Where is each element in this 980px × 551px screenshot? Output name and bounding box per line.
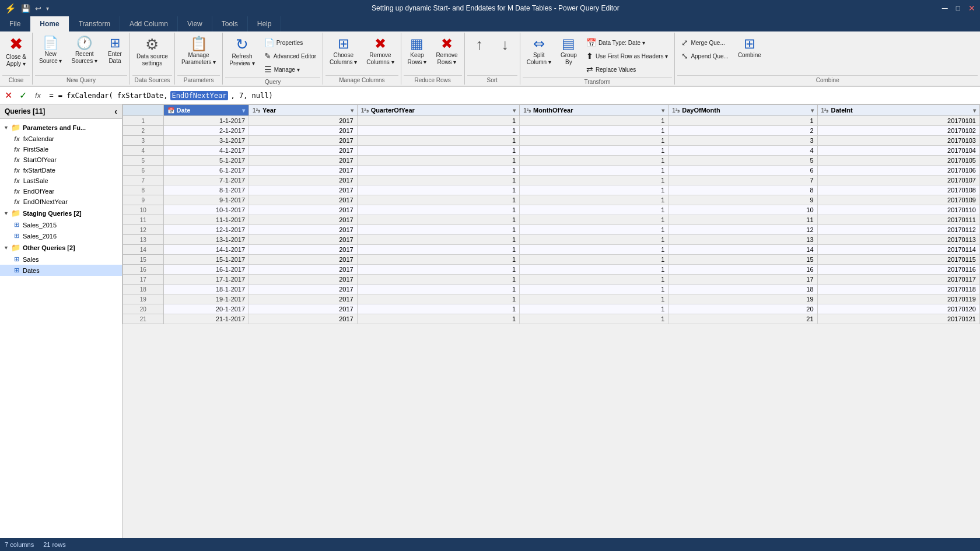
dateint-col-filter-btn[interactable]: ▾ — [973, 107, 976, 114]
query-item-fxstartdate[interactable]: fx fxStartDate — [0, 165, 122, 176]
manage-parameters-icon: 📋 — [190, 37, 208, 51]
remove-columns-button[interactable]: ✖ RemoveColumns ▾ — [362, 34, 398, 73]
col-header-monthofyear[interactable]: 1²₃ MonthOfYear ▾ — [520, 105, 668, 116]
table-row[interactable]: 44-1-2017201711420170104 — [123, 146, 980, 156]
query-item-sales2016[interactable]: ⊞ Sales_2016 — [0, 230, 122, 241]
col-header-dateint[interactable]: 1²₃ DateInt ▾ — [817, 105, 979, 116]
table-row[interactable]: 99-1-2017201711920170109 — [123, 195, 980, 205]
tab-home[interactable]: Home — [30, 16, 69, 31]
sort-desc-button[interactable]: ↓ — [493, 34, 517, 73]
query-item-endofnextyear[interactable]: fx EndOfNextYear — [0, 196, 122, 207]
sort-asc-button[interactable]: ↑ — [467, 34, 492, 73]
col-header-year[interactable]: 1²₃ Year ▾ — [249, 105, 358, 116]
table-row[interactable]: 1313-1-20172017111320170113 — [123, 235, 980, 245]
table-row[interactable]: 33-1-2017201711320170103 — [123, 136, 980, 146]
tab-help[interactable]: Help — [248, 16, 282, 31]
data-cell: 2017 — [249, 146, 358, 156]
query-group-label: Query — [225, 77, 320, 85]
col-header-dayofmonth[interactable]: 1²₃ DayOfMonth ▾ — [668, 105, 817, 116]
table-row[interactable]: 1212-1-20172017111220170112 — [123, 225, 980, 235]
undo-icon[interactable]: ↩ — [35, 4, 41, 13]
tab-tools[interactable]: Tools — [212, 16, 248, 31]
tab-file[interactable]: File — [0, 16, 30, 31]
date-col-filter-btn[interactable]: ▾ — [242, 107, 245, 114]
dropdown-icon[interactable]: ▾ — [46, 5, 49, 12]
formula-cancel-button[interactable]: ✕ — [2, 89, 15, 102]
minimize-btn[interactable]: ─ — [942, 3, 948, 13]
table-row[interactable]: 1818-1-20172017111820170118 — [123, 285, 980, 294]
manage-parameters-button[interactable]: 📋 ManageParameters ▾ — [177, 34, 220, 73]
row-number-cell: 13 — [123, 235, 164, 245]
append-queries-button[interactable]: ⤡ Append Que... — [677, 50, 733, 62]
query-item-dates[interactable]: ⊞ Dates — [0, 265, 122, 276]
use-first-row-button[interactable]: ⬆ Use First Row as Headers ▾ — [582, 50, 672, 62]
table-row[interactable]: 77-1-2017201711720170107 — [123, 176, 980, 185]
query-group-staging[interactable]: ▼ 📁 Staging Queries [2] — [0, 207, 122, 219]
save-icon[interactable]: 💾 — [21, 4, 30, 13]
replace-values-button[interactable]: ⇄ Replace Values — [582, 63, 672, 76]
data-grid[interactable]: 📅 Date ▾ 1²₃ Year ▾ — [123, 104, 980, 538]
col-header-quarterofyear[interactable]: 1²₃ QuarterOfYear ▾ — [357, 105, 519, 116]
query-group-params[interactable]: ▼ 📁 Parameters and Fu... — [0, 121, 122, 134]
query-item-fxcalendar[interactable]: fx fxCalendar — [0, 134, 122, 144]
formula-accept-button[interactable]: ✓ — [17, 89, 29, 102]
advanced-editor-button[interactable]: ✎ Advanced Editor — [260, 50, 320, 62]
close-btn[interactable]: ✕ — [968, 3, 975, 13]
month-col-filter-btn[interactable]: ▾ — [662, 107, 664, 114]
table-row[interactable]: 1111-1-20172017111120170111 — [123, 215, 980, 225]
remove-rows-button[interactable]: ✖ RemoveRows ▾ — [432, 34, 461, 73]
merge-queries-button[interactable]: ⤢ Merge Que... — [677, 36, 733, 49]
properties-button[interactable]: 📄 Properties — [260, 36, 320, 49]
table-row[interactable]: 55-1-2017201711520170105 — [123, 156, 980, 166]
keep-rows-button[interactable]: ▦ KeepRows ▾ — [404, 34, 431, 73]
table-row[interactable]: 1717-1-20172017111720170117 — [123, 275, 980, 285]
day-col-filter-btn[interactable]: ▾ — [811, 107, 814, 114]
tab-transform[interactable]: Transform — [69, 16, 120, 31]
date-cell: 13-1-2017 — [163, 235, 249, 245]
split-column-button[interactable]: ⇔ SplitColumn ▾ — [523, 34, 555, 73]
table-row[interactable]: 2020-1-20172017112020170120 — [123, 304, 980, 314]
manage-button[interactable]: ☰ Manage ▾ — [260, 63, 320, 76]
query-item-firstsale[interactable]: fx FirstSale — [0, 144, 122, 155]
recent-sources-button[interactable]: 🕐 RecentSources ▾ — [67, 34, 101, 73]
date-cell: 9-1-2017 — [163, 195, 249, 205]
formula-highlight[interactable]: EndOfNextYear — [170, 91, 229, 100]
refresh-preview-button[interactable]: ↻ RefreshPreview ▾ — [225, 34, 258, 73]
quarter-col-filter-btn[interactable]: ▾ — [513, 107, 516, 114]
table-row[interactable]: 88-1-2017201711820170108 — [123, 185, 980, 195]
startofyear-icon: fx — [14, 156, 20, 163]
combine-files-button[interactable]: ⊞ Combine — [734, 34, 765, 73]
close-apply-button[interactable]: ✖ Close &Apply ▾ — [2, 34, 30, 73]
query-item-startofyear[interactable]: fx StartOfYear — [0, 155, 122, 165]
date-cell: 7-1-2017 — [163, 176, 249, 185]
maximize-btn[interactable]: □ — [956, 4, 960, 12]
year-col-filter-btn[interactable]: ▾ — [351, 107, 354, 114]
choose-columns-button[interactable]: ⊞ ChooseColumns ▾ — [326, 34, 361, 73]
tab-view[interactable]: View — [178, 16, 212, 31]
col-header-date[interactable]: 📅 Date ▾ — [163, 105, 249, 116]
table-row[interactable]: 11-1-2017201711120170101 — [123, 116, 980, 126]
data-source-settings-button[interactable]: ⚙ Data sourcesettings — [132, 34, 172, 73]
table-row[interactable]: 1515-1-20172017111520170115 — [123, 255, 980, 265]
table-row[interactable]: 1919-1-20172017111920170119 — [123, 294, 980, 304]
queries-collapse-button[interactable]: ‹ — [114, 107, 117, 116]
enter-data-button[interactable]: ⊞ EnterData — [103, 34, 127, 73]
table-row[interactable]: 22-1-2017201711220170102 — [123, 126, 980, 136]
datasources-group-label: Data Sources — [132, 75, 172, 83]
query-item-endofyear[interactable]: fx EndOfYear — [0, 186, 122, 196]
query-item-lastsale[interactable]: fx LastSale — [0, 176, 122, 186]
table-row[interactable]: 66-1-2017201711620170106 — [123, 166, 980, 176]
group-by-button[interactable]: ▤ GroupBy — [556, 34, 581, 73]
new-source-button[interactable]: 📄 NewSource ▾ — [35, 34, 66, 73]
data-cell: 11 — [668, 215, 817, 225]
table-row[interactable]: 1616-1-20172017111620170116 — [123, 265, 980, 275]
table-row[interactable]: 2121-1-20172017112120170121 — [123, 314, 980, 324]
query-item-sales[interactable]: ⊞ Sales — [0, 254, 122, 265]
tab-add-column[interactable]: Add Column — [120, 16, 178, 31]
table-row[interactable]: 1414-1-20172017111420170114 — [123, 245, 980, 255]
query-item-sales2015[interactable]: ⊞ Sales_2015 — [0, 219, 122, 230]
data-type-button[interactable]: 📅 Data Type: Date ▾ — [582, 36, 672, 49]
query-group-other[interactable]: ▼ 📁 Other Queries [2] — [0, 241, 122, 254]
table-row[interactable]: 1010-1-20172017111020170110 — [123, 205, 980, 215]
row-number-cell: 15 — [123, 255, 164, 265]
